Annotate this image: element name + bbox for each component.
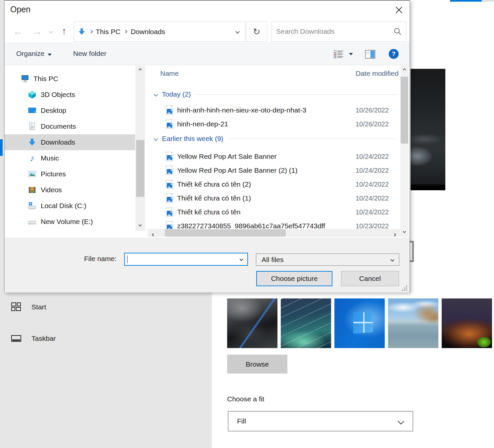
file-row[interactable]: hinh-nen-dep-21 10/26/2022	[148, 117, 400, 131]
cancel-button[interactable]: Cancel	[341, 271, 399, 286]
settings-nav-start[interactable]: Start	[11, 302, 46, 312]
tree-scrollbar-thumb[interactable]	[136, 140, 144, 197]
search-box[interactable]	[271, 22, 406, 42]
refresh-button[interactable]: ↻	[246, 22, 267, 42]
downloads-icon	[27, 138, 37, 147]
wallpaper-thumbnail-windows-10-blue[interactable]	[334, 298, 385, 348]
organize-menu-button[interactable]: Organize	[16, 50, 52, 58]
column-header-name[interactable]: Name	[160, 69, 179, 77]
address-dropdown-chevron-icon[interactable]	[235, 29, 240, 34]
top-accent-bar-end	[482, 0, 494, 2]
windows-logo	[353, 311, 373, 334]
breadcrumb-this-pc[interactable]: This PC	[96, 28, 121, 36]
file-row[interactable]: hinh-anh-hinh-nen-sieu-xe-oto-dep-nhat-3…	[148, 103, 400, 117]
file-row[interactable]: Thiết kế chưa có tên (1) 10/24/2022	[148, 191, 400, 205]
wallpaper-thumbnail-black-sports-car[interactable]	[227, 298, 277, 348]
tree-item-label: New Volume (E:)	[41, 218, 93, 226]
choose-a-fit-dropdown[interactable]: Fill	[228, 411, 413, 431]
desktop-icon	[27, 106, 37, 115]
file-date: 10/26/2022	[356, 107, 389, 114]
downloads-icon	[77, 27, 86, 36]
tree-item-documents[interactable]: Documents	[5, 118, 135, 134]
preview-pane-icon[interactable]	[365, 50, 375, 59]
file-name: hinh-nen-dep-21	[177, 120, 228, 128]
search-input[interactable]	[276, 22, 389, 41]
column-divider[interactable]	[352, 67, 352, 78]
breadcrumb-downloads[interactable]: Downloads	[131, 28, 165, 36]
wallpaper-thumbnail-beach-rocks[interactable]	[388, 298, 438, 348]
file-row[interactable]: Thiết kế chưa có tên (2) 10/24/2022	[148, 177, 400, 191]
scroll-down-icon[interactable]	[135, 224, 145, 226]
group-header-earlier-this-week[interactable]: Earlier this week (9)	[148, 134, 400, 144]
list-scrollbar-thumb[interactable]	[401, 77, 408, 144]
group-count: (2)	[182, 90, 191, 98]
dialog-footer: File name: All files Choose picture Canc…	[5, 238, 410, 292]
address-bar[interactable]: This PC Downloads	[74, 22, 245, 42]
group-label: Earlier this week	[162, 135, 213, 142]
choose-picture-button[interactable]: Choose picture	[256, 271, 332, 286]
file-date: 10/24/2022	[356, 208, 389, 216]
file-type-value: All files	[262, 256, 284, 264]
image-file-icon	[166, 207, 173, 217]
browse-button[interactable]: Browse	[227, 355, 287, 374]
new-folder-button[interactable]: New folder	[73, 50, 106, 58]
file-row-partially-visible[interactable]: z3822727340855_9896ab61c7aa75ef547743dff…	[148, 219, 400, 229]
group-label: Today	[162, 90, 180, 98]
tree-scrollbar[interactable]	[135, 66, 145, 231]
up-button[interactable]: ↑	[62, 26, 67, 36]
taskbar-icon	[11, 334, 22, 343]
collapse-group-icon[interactable]	[154, 92, 158, 97]
tree-item-this-pc[interactable]: This PC	[5, 71, 135, 87]
file-date: 10/23/2022	[356, 222, 389, 229]
tree-item-downloads[interactable]: Downloads	[5, 134, 135, 150]
forward-button[interactable]: →	[32, 26, 42, 36]
tree-item-music[interactable]: ♪ Music	[5, 150, 135, 166]
wallpaper-thumbnail-comet-night-sky[interactable]	[281, 298, 331, 348]
file-name: Thiết kế chưa có tên	[177, 208, 241, 216]
chevron-down-icon[interactable]	[239, 257, 243, 261]
list-vertical-scrollbar[interactable]	[400, 66, 409, 237]
scroll-up-icon[interactable]	[400, 69, 409, 71]
column-header-date-modified[interactable]: Date modified	[356, 69, 399, 77]
horizontal-scrollbar-thumb[interactable]	[165, 229, 286, 237]
file-name-input[interactable]	[124, 253, 248, 266]
scroll-up-icon[interactable]	[135, 69, 145, 71]
breadcrumb-chevron-icon	[124, 30, 127, 33]
tree-item-3d-objects[interactable]: 3D Objects	[5, 87, 135, 103]
details-view-icon[interactable]	[334, 50, 344, 59]
help-icon: ?	[392, 50, 396, 58]
file-type-dropdown[interactable]: All files	[256, 253, 399, 266]
file-row[interactable]: Thiết kế chưa có tên 10/24/2022	[148, 205, 400, 219]
settings-nav-taskbar[interactable]: Taskbar	[11, 334, 56, 343]
open-file-dialog: Open ← → ↑ This PC Downloads ↻	[4, 0, 410, 292]
view-options-caret-icon[interactable]	[349, 53, 353, 55]
music-icon: ♪	[27, 154, 37, 163]
file-row[interactable]: Yellow Red Pop Art Sale Banner (2) (1) 1…	[148, 163, 400, 177]
collapse-group-icon[interactable]	[154, 137, 158, 141]
tree-item-new-volume-e[interactable]: New Volume (E:)	[5, 214, 135, 230]
list-horizontal-scrollbar[interactable]	[148, 229, 400, 237]
tree-item-pictures[interactable]: Pictures	[5, 166, 135, 182]
file-date: 10/26/2022	[356, 120, 389, 128]
tree-item-desktop[interactable]: Desktop	[5, 103, 135, 118]
scroll-left-icon[interactable]	[152, 231, 155, 237]
tree-item-videos[interactable]: Videos	[5, 182, 135, 198]
resize-grip[interactable]	[402, 285, 408, 291]
recent-locations-chevron-icon[interactable]	[49, 29, 53, 33]
browse-button-label: Browse	[246, 360, 269, 368]
help-button[interactable]: ?	[389, 49, 399, 59]
tree-item-local-disk-c[interactable]: Local Disk (C:)	[5, 198, 135, 214]
group-header-today[interactable]: Today (2)	[148, 89, 400, 99]
settings-nav-taskbar-label: Taskbar	[31, 335, 56, 342]
occluded-settings-control-fragment	[410, 241, 414, 262]
scroll-down-icon[interactable]	[400, 230, 409, 233]
close-button[interactable]	[391, 3, 407, 17]
scroll-right-icon[interactable]	[393, 231, 396, 237]
documents-icon	[27, 122, 37, 131]
image-file-icon	[166, 166, 173, 175]
top-accent-bar	[450, 0, 482, 2]
tree-item-label: Videos	[41, 186, 62, 194]
back-button[interactable]: ←	[13, 26, 23, 36]
wallpaper-thumbnail-night-camping[interactable]	[442, 298, 492, 348]
file-row[interactable]: Yellow Red Pop Art Sale Banner 10/24/202…	[148, 150, 400, 163]
